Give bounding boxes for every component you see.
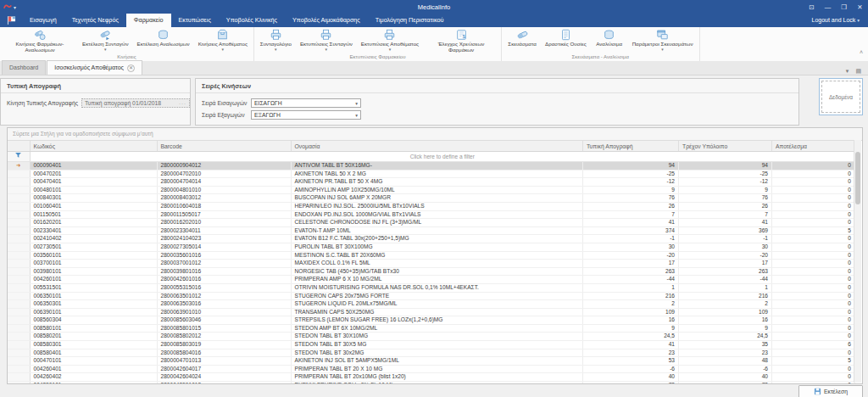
seira-exagogon-combo[interactable]: ΕΞΑΓΩΓΗ ▾ [251, 110, 361, 120]
tab-list-icon[interactable]: ▤ [855, 68, 861, 75]
ribbon-button-Έλεγχος Χρεώσεων Φαρμάκων[interactable]: $ Έλεγχος Χρεώσεων Φαρμάκων [423, 27, 499, 53]
ribbon-button-Σκευάσματα[interactable]: Σκευάσματα [504, 27, 541, 53]
cell-barcode: 2800042601016 [157, 276, 291, 284]
table-row[interactable]: 002330401 2800023304011 EVATON-T AMP 10M… [8, 226, 855, 235]
column-header-typiki-apografi[interactable]: Τυπική Απογραφή [583, 141, 679, 152]
ribbon-tab-Υποβολές Κλινικής[interactable]: Υποβολές Κλινικής [219, 14, 285, 27]
column-header-apotelesma[interactable]: Αποτέλεσμα [772, 141, 855, 152]
cell-name: STUGERON CAPS 20x75MG FORTE [291, 292, 583, 300]
ribbon-button-Συνταγολόγιο[interactable]: Συνταγολόγιο ▾ [256, 27, 296, 53]
table-row[interactable]: 001150501 2800011505017 ENDOXAN PD.INJ.S… [8, 210, 855, 219]
restore-icon[interactable]: ❐ [836, 0, 852, 14]
table-row[interactable]: 000470101 2800004701013 AKINETON INJ SOL… [8, 357, 855, 366]
table-row[interactable]: 004260101 2800042601016 PRIMPERAN AMP 6 … [8, 276, 855, 284]
application-menu-button[interactable] [0, 14, 22, 27]
ribbon-tab-Υποβολές Αιμοκάθαρσης[interactable]: Υποβολές Αιμοκάθαρσης [285, 14, 368, 27]
close-tab-icon[interactable]: ✕ [127, 64, 135, 72]
ribbon-tab-Τεχνητός Νεφρός[interactable]: Τεχνητός Νεφρός [64, 14, 126, 27]
table-row[interactable]: 006350101 2800063501012 STUGERON CAPS 20… [8, 292, 855, 300]
ellipsis-button[interactable]: ··· [179, 101, 186, 106]
ribbon-button-Εκτέλεση Αναλωσίμων[interactable]: Εκτέλεση Αναλωσίμων [133, 27, 194, 53]
ribbon-button-Δραστικές Ουσίες[interactable]: Δραστικές Ουσίες [541, 27, 591, 53]
doc-tab-Dashboard[interactable]: Dashboard [2, 60, 46, 75]
table-row[interactable]: 003560101 2800035601016 MESTINON S.C.TAB… [8, 251, 855, 260]
ribbon-button-Κινήσεις Φαρμάκων-Αναλωσίμων[interactable]: Κινήσεις Φαρμάκων-Αναλωσίμων [2, 27, 78, 53]
column-header-onomasia[interactable]: Ονομασία [291, 141, 583, 152]
table-row[interactable]: 004260401 2800042604017 PRIMPERAN TABL B… [8, 365, 855, 373]
table-row[interactable]: ➜ 000090401 2800000904012 ANTIVOM TABL B… [8, 162, 855, 171]
table-row[interactable]: 008580201 2800085802012 STEDON TABL BT 3… [8, 333, 855, 341]
tab-scroll-icon[interactable]: ▾ [846, 68, 849, 75]
printer-icon [270, 29, 282, 41]
filter-hint[interactable]: Click here to define a filter [30, 152, 855, 162]
ribbon-button-Κινήσεις Αποθέματος[interactable]: Κινήσεις Αποθέματος ▾ [194, 27, 252, 53]
quick-access-toolbar[interactable]: ▾ [0, 3, 16, 11]
cell-typiki: 23 [583, 349, 679, 357]
printer-icon [383, 29, 396, 41]
table-row[interactable]: 006390101 2800063901010 TRANSAMIN CAPS 5… [8, 308, 855, 316]
cell-barcode: 2800085804016 [157, 349, 291, 357]
cell-code: 004260402 [30, 373, 157, 382]
filter-icon-cell[interactable] [8, 152, 30, 162]
table-row[interactable]: 008580101 2800085801015 STEDON AMP BT 6X… [8, 324, 855, 333]
cell-barcode: 2800085603046 [157, 316, 291, 325]
execute-button[interactable]: Εκτέλεση [798, 385, 863, 397]
cell-name: TRANSAMIN CAPS 50X250MG [291, 308, 583, 316]
close-icon[interactable]: ✕ [852, 0, 868, 14]
table-row[interactable]: 000470201 2800004702010 AKINETON TABL 50… [8, 170, 855, 178]
cell-trexon: -6 [679, 365, 772, 373]
ribbon-tab-Εκτυπώσεις[interactable]: Εκτυπώσεις [171, 14, 219, 27]
logout-and-lock-button[interactable]: Logout and Lock ▾ [812, 14, 868, 27]
table-row[interactable]: 008560304 2800085603046 STREPSILS (LEMON… [8, 316, 855, 325]
cell-trexon: 1 [679, 283, 772, 292]
table-row[interactable]: 003700101 2800037001012 MAXIDEX COLL 0.1… [8, 260, 855, 268]
ribbon-button-Αναλώσιμα[interactable]: Αναλώσιμα [591, 27, 628, 53]
table-row[interactable]: 000470401 2800004704014 AKINETON PR.TABL… [8, 178, 855, 187]
doc-tab-Ισοσκελισμός Αποθέματος[interactable]: Ισοσκελισμός Αποθέματος✕ [47, 60, 142, 75]
ribbon-tab-Τιμολόγηση Περιστατικού[interactable]: Τιμολόγηση Περιστατικού [368, 14, 452, 27]
cell-name: AKINETON TABL 50 X 2 MG [291, 170, 583, 178]
cell-barcode: 2800023304011 [157, 226, 291, 235]
table-row[interactable]: 004260402 2800042604024 PRIMPERAN TABL B… [8, 373, 855, 382]
chevron-down-icon[interactable]: ▾ [355, 101, 358, 106]
table-row[interactable]: 003980101 2800039801016 NORGESIC TAB (45… [8, 267, 855, 276]
column-header-barcode[interactable]: Barcode [157, 141, 291, 152]
cell-typiki: 109 [583, 308, 679, 316]
ribbon-tab-Φαρμακείο[interactable]: Φαρμακείο [126, 14, 171, 27]
table-row[interactable]: 001620201 2800016202010 CELESTONE CHRONO… [8, 219, 855, 227]
ribbon-display-options-icon[interactable]: ⊡ [804, 0, 820, 14]
cell-apotelesma: 0 [772, 267, 855, 276]
table-row[interactable]: 005531501 2800055315016 OTRIVIN MOISTURI… [8, 283, 855, 292]
cell-barcode: 2800000904012 [157, 162, 291, 171]
ribbon-button-Εκτυπώσεις Αποθέματος[interactable]: Εκτυπώσεις Αποθέματος ▾ [357, 27, 423, 53]
chevron-down-icon[interactable]: ▾ [355, 113, 358, 118]
cell-barcode: 2800085802012 [157, 333, 291, 341]
table-row[interactable]: 000480101 2800004801010 AMINOPHYLLIN AMP… [8, 186, 855, 194]
panel-title: Τυπική Απογραφή [1, 79, 190, 93]
table-row[interactable]: 000840301 2800008403012 BUSCOPAN INJ SOL… [8, 194, 855, 203]
qat-dropdown-icon[interactable]: ▾ [14, 4, 16, 10]
table-row[interactable]: 002730501 2800027305014 PUROLIN TABL BT … [8, 243, 855, 251]
column-header-kodikos[interactable]: Κωδικός [30, 141, 157, 152]
column-header-trexon-ypoloipo[interactable]: Τρέχον Υπόλοιπο [679, 141, 772, 152]
table-row[interactable]: 006350301 2800063503016 STUGERON LIQUID … [8, 300, 855, 309]
ribbon-tab-Εισαγωγή[interactable]: Εισαγωγή [22, 14, 64, 27]
table-row[interactable]: 008580301 2800085803019 STEDON TABL BT 3… [8, 341, 855, 349]
group-by-bar[interactable]: Σύρετε μια Στήλη για να ομαδοποιήσετε σύ… [8, 128, 862, 141]
flag-icon [6, 15, 17, 25]
collapse-ribbon-icon[interactable]: ˄ [860, 49, 863, 55]
seira-eisagogon-combo[interactable]: ΕΙΣΑΓΩΓΗ ▾ [251, 98, 361, 108]
table-row[interactable]: 002410402 2800024104023 EVATON B12 F.C.T… [8, 235, 855, 243]
ribbon-button-Εκτέλεση Συνταγών[interactable]: Εκτέλεση Συνταγών ▾ [78, 27, 133, 53]
filter-row[interactable]: Click here to define a filter [8, 152, 855, 162]
scrollbar-thumb[interactable] [855, 152, 860, 204]
ribbon-button-Εκτυπώσεις Συνταγών[interactable]: Εκτυπώσεις Συνταγών ▾ [296, 27, 357, 53]
ribbon-button-Παράμετροι Σκευασμάτων[interactable]: Παράμετροι Σκευασμάτων ▾ [628, 27, 698, 53]
data-box[interactable]: Δεδομένα [819, 78, 863, 115]
vertical-scrollbar[interactable] [854, 140, 861, 383]
table-row[interactable]: 001060401 2800010604018 HEPARIN/LEO INJ.… [8, 202, 855, 210]
table-row[interactable]: 008580401 2800085804016 STEDON TABL BT 3… [8, 349, 855, 357]
cell-code: 008580301 [30, 341, 157, 349]
typiki-apografi-field[interactable]: Τυπική απογραφή 01/01/2018 ··· [81, 98, 190, 108]
minimize-icon[interactable]: — [820, 0, 836, 14]
